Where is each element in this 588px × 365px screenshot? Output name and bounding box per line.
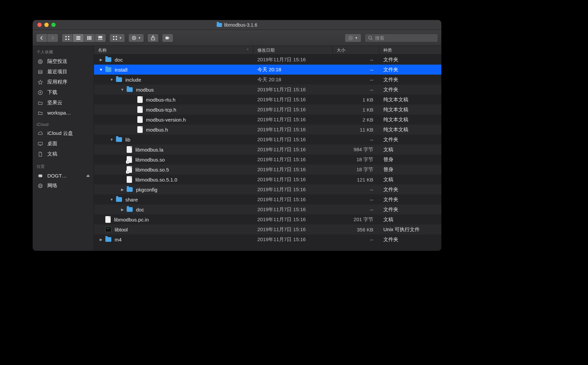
sidebar-item[interactable]: 下载 [33,87,94,98]
file-row[interactable]: modbus-version.h2019年11月7日 15:162 KB纯文本文… [94,115,441,125]
column-header-date[interactable]: 修改日期 [253,46,333,54]
column-view-button[interactable] [84,34,95,42]
eject-icon[interactable]: ⏏ [86,174,90,178]
file-date: 2019年11月7日 15:16 [253,127,333,133]
forward-button[interactable] [47,34,58,42]
svg-rect-1 [68,36,69,37]
file-row[interactable]: ▶pkgconfig2019年11月7日 15:16--文件夹 [94,184,441,194]
disclosure-triangle[interactable]: ▼ [109,138,114,142]
svg-rect-16 [113,39,114,40]
disclosure-triangle[interactable]: ▶ [99,237,103,242]
maximize-button[interactable] [51,23,56,27]
folder-icon [116,137,122,142]
list-view-button[interactable] [73,34,84,42]
file-name: pkgconfig [136,187,157,192]
file-kind: 文件夹 [379,87,441,93]
sidebar-item-label: DOGT… [47,173,67,179]
action-menu[interactable]: ▼ [128,34,144,42]
file-row[interactable]: modbus-rtu.h2019年11月7日 15:161 KB纯文本文稿 [94,95,441,105]
folder-icon [37,110,44,116]
file-kind: 纯文本文稿 [379,107,441,113]
disclosure-triangle[interactable]: ▼ [120,88,125,92]
sidebar-item[interactable]: 文稿 [33,149,94,159]
file-row[interactable]: ▶doc2019年11月7日 15:16--文件夹 [94,55,441,65]
disclosure-triangle[interactable]: ▶ [99,58,103,62]
sidebar-item[interactable]: iCloud 云盘 [33,128,94,139]
file-row[interactable]: libmodbus.pc.in2019年11月7日 15:16201 字节文稿 [94,214,441,224]
file-row[interactable]: libmodbus.la2019年11月7日 15:16984 字节文稿 [94,145,441,155]
sidebar-item[interactable]: 最近项目 [33,67,94,77]
search-field[interactable] [365,34,438,42]
file-size: -- [333,87,379,93]
column-header-name[interactable]: 名称 ⌃ [94,46,253,54]
column-name-label: 名称 [98,47,107,53]
file-size: -- [333,207,379,212]
file-row[interactable]: libmodbus.so.5.1.02019年11月7日 15:16121 KB… [94,175,441,184]
folder-icon [37,100,44,106]
share-button[interactable] [147,34,159,42]
file-kind: 文件夹 [379,186,441,193]
column-header-kind[interactable]: 种类 [379,46,441,54]
file-size: 1 KB [333,97,379,103]
folder-icon [217,23,222,27]
file-row[interactable]: ▼modbus2019年11月7日 15:16--文件夹 [94,85,441,95]
sidebar-item[interactable]: 桌面 [33,139,94,149]
file-date: 2019年11月7日 15:16 [253,226,333,233]
file-icon [105,216,111,223]
search-icon [368,35,373,41]
sidebar-item[interactable]: 隔空投送 [33,56,94,67]
back-button[interactable] [36,34,47,42]
sidebar-heading: 个人收藏 [33,48,94,56]
column-header-size[interactable]: 大小 [333,46,379,54]
disclosure-triangle[interactable]: ▶ [120,207,125,212]
svg-point-21 [168,37,169,38]
file-row[interactable]: ▶m42019年11月7日 15:16--文件夹 [94,234,441,244]
file-kind: 文件夹 [379,206,441,213]
file-date: 2019年11月7日 15:16 [253,87,333,93]
file-row[interactable]: ▼share2019年11月7日 15:16--文件夹 [94,194,441,204]
file-row[interactable]: libmodbus.so2019年11月7日 15:1618 字节替身 [94,155,441,165]
file-row[interactable]: ▶doc2019年11月7日 15:16--文件夹 [94,204,441,214]
sidebar-item[interactable]: workspa… [33,108,94,118]
sidebar-item[interactable]: DOGT…⏏ [33,171,94,181]
file-row[interactable]: ▼include今天 20:18--文件夹 [94,75,441,85]
gallery-view-button[interactable] [95,34,106,42]
file-row[interactable]: ▼lib2019年11月7日 15:16--文件夹 [94,135,441,145]
sidebar-item[interactable]: 应用程序 [33,77,94,87]
path-menu[interactable]: ▼ [345,34,361,42]
disclosure-triangle[interactable]: ▼ [109,197,114,201]
file-row[interactable]: modbus-tcp.h2019年11月7日 15:161 KB纯文本文稿 [94,105,441,115]
tags-button[interactable] [162,34,173,42]
arrange-menu[interactable]: ▼ [109,34,125,42]
file-kind: 文稿 [379,177,441,183]
sidebar-item[interactable]: 网络 [33,181,94,191]
svg-point-19 [133,37,134,38]
disclosure-triangle[interactable]: ▼ [99,68,103,72]
search-input[interactable] [375,35,435,41]
file-row[interactable]: modbus.h2019年11月7日 15:1611 KB纯文本文稿 [94,125,441,135]
file-list[interactable]: ▶doc2019年11月7日 15:16--文件夹▼install今天 20:1… [94,55,441,251]
svg-rect-7 [87,36,88,40]
close-button[interactable] [37,23,42,27]
sidebar-item[interactable]: 坚果云 [33,98,94,108]
file-kind: 文件夹 [379,137,441,143]
file-row[interactable]: libtool2019年11月7日 15:16356 KBUnix 可执行文件 [94,224,441,234]
sidebar: 个人收藏隔空投送最近项目应用程序下载坚果云workspa…iCloudiClou… [33,46,94,251]
file-date: 2019年11月7日 15:16 [253,206,333,213]
file-size: 356 KB [333,227,379,232]
file-name: include [125,77,141,83]
icon-view-button[interactable] [62,34,73,42]
disclosure-triangle[interactable]: ▶ [120,187,125,192]
svg-rect-31 [38,142,43,145]
svg-rect-27 [38,70,42,74]
file-row[interactable]: libmodbus.so.52019年11月7日 15:1618 字节替身 [94,165,441,175]
sidebar-heading: iCloud [33,121,94,128]
file-date: 2019年11月7日 15:16 [253,216,333,223]
disclosure-triangle[interactable]: ▼ [109,78,114,82]
svg-rect-11 [98,39,99,40]
sidebar-item-label: workspa… [47,110,71,116]
minimize-button[interactable] [44,23,49,27]
file-date: 2019年11月7日 15:16 [253,236,333,243]
file-row[interactable]: ▼install今天 20:18--文件夹 [94,65,441,75]
svg-point-22 [369,36,372,39]
